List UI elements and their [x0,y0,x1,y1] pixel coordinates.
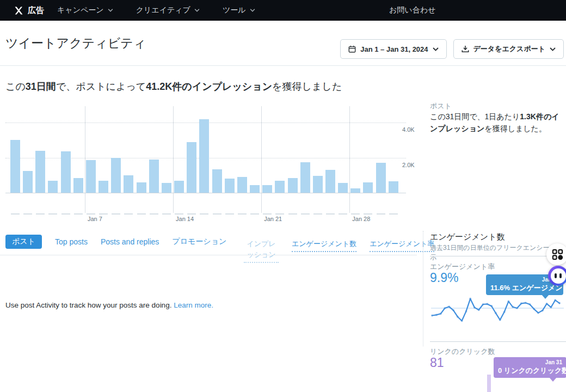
zero-dash [364,213,372,215]
impressions-bar[interactable] [275,181,285,193]
zero-dash [238,213,247,215]
zero-dash [150,213,158,215]
impressions-bar[interactable] [262,185,272,193]
impressions-bar[interactable] [376,163,386,193]
right-panel-divider [430,256,566,256]
x-axis-label: Jan 7 [88,216,102,222]
impressions-bar[interactable] [61,151,71,193]
nav-menu: キャンペーンクリエイティブツール [57,5,255,15]
impressions-bar[interactable] [288,178,298,193]
y-axis-label: 4.0K [402,126,415,133]
zero-dash [99,213,108,215]
week-gridline [85,106,85,213]
engagement-rate-sparkline[interactable] [429,294,566,329]
tab-0[interactable]: ポスト [5,235,42,249]
zero-dash [11,213,20,215]
impressions-bar[interactable] [250,185,260,193]
zero-dash [275,213,284,215]
robot-face [551,268,566,284]
zero-dash [175,213,183,215]
zero-dash [213,213,222,215]
impressions-bar[interactable] [212,169,222,193]
brand[interactable]: 広告 [14,5,44,16]
zero-dash [263,213,272,215]
zero-dash [23,213,32,215]
impressions-bar[interactable] [149,160,159,193]
nav-item-label: クリエイティブ [136,5,190,15]
zero-dash [48,213,57,215]
post-tabs: ポストTop postsPosts and repliesプロモーション [5,235,226,249]
zero-dash [313,213,322,215]
impressions-bar[interactable] [23,171,33,193]
impressions-bar[interactable] [350,188,360,193]
zero-dash [112,213,120,215]
posts-section-label: ポスト [430,101,452,111]
impressions-bar[interactable] [86,160,96,193]
tab-1[interactable]: Top posts [55,237,88,246]
impressions-bar[interactable] [99,181,108,193]
date-range-picker[interactable]: Jan 1 – Jan 31, 2024 [340,39,446,59]
nav-item-2[interactable]: ツール [223,5,255,15]
metric-toggle-1[interactable]: エンゲージメント数 [292,238,356,252]
impressions-bar[interactable] [199,119,209,193]
impressions-summary: この31日間で、ポストによって41.2K件のインプレッションを獲得しました [5,80,342,93]
tooltip-date: Jan 31 [498,359,562,366]
impressions-bar[interactable] [325,170,335,193]
apps-grid-icon[interactable] [546,243,566,265]
week-gridline [349,106,350,213]
zero-dash [225,213,234,215]
metric-toggle-0[interactable]: インプレッション [244,238,279,263]
impressions-bar[interactable] [35,151,45,193]
x-axis-label: Jan 28 [352,216,370,222]
x-logo-icon [14,6,23,15]
tab-3[interactable]: プロモーション [172,237,226,247]
engagement-rate-value: 9.9% [430,271,458,285]
impressions-bar[interactable] [313,176,323,193]
impressions-bar[interactable] [73,178,83,193]
chevron-down-icon [108,9,113,12]
zero-dash [61,213,70,215]
zero-dash [250,213,259,215]
impressions-bar-chart[interactable]: 2.0K4.0KJan 7Jan 14Jan 21Jan 28 [0,106,417,226]
header-divider [0,65,566,66]
tab-2[interactable]: Posts and replies [101,237,159,246]
zero-dash [87,213,95,215]
impressions-bar[interactable] [137,182,146,193]
zero-dash [288,213,297,215]
chevron-down-icon [250,9,255,12]
assistant-robot-icon[interactable] [548,266,566,286]
header-actions: Jan 1 – Jan 31, 2024 データをエクスポート [340,39,564,59]
impressions-bar[interactable] [174,181,184,193]
learn-more-link[interactable]: Learn more. [174,301,213,309]
nav-item-0[interactable]: キャンペーン [57,5,113,15]
robot-eye [559,273,562,278]
impressions-bar[interactable] [225,179,235,193]
metric-toggle-2[interactable]: エンゲージメント率 [370,238,434,252]
impressions-bar[interactable] [124,175,133,193]
week-gridline [261,106,262,213]
chevron-down-icon [433,47,439,51]
impressions-bar[interactable] [48,181,58,193]
zero-dash [124,213,133,215]
link-clicks-value: 81 [430,356,444,370]
impressions-bar[interactable] [389,181,398,193]
posts-section-text: この31日間で、1日あたり1.3K件のインプレッションを獲得しました。 [430,111,565,134]
impressions-bar[interactable] [10,140,20,193]
nav-item-label: キャンペーン [57,5,104,15]
link-clicks-tooltip: Jan 31 0 リンクのクリック数 [494,357,566,378]
impressions-bar[interactable] [338,183,348,193]
export-button[interactable]: データをエクスポート [453,39,564,59]
link-clicks-bar[interactable] [487,375,491,392]
top-nav: 広告 キャンペーンクリエイティブツール お問い合わせ [0,0,566,21]
impressions-bar[interactable] [162,183,171,193]
impressions-bar[interactable] [300,162,310,193]
zero-dash [74,213,83,215]
impressions-bar[interactable] [111,158,121,193]
impressions-bar[interactable] [363,182,373,193]
zero-dash [389,213,398,215]
nav-contact-link[interactable]: お問い合わせ [389,5,435,15]
impressions-bar[interactable] [237,177,247,193]
impressions-bar[interactable] [187,142,196,193]
week-gridline [173,106,174,213]
nav-item-1[interactable]: クリエイティブ [136,5,200,15]
